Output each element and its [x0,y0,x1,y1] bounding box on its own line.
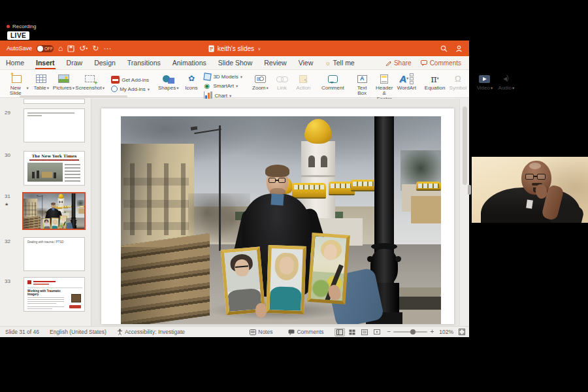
new-slide-icon [12,75,22,83]
thumbnail-31-animation-star: ★ [5,202,8,207]
zoom-level[interactable]: 102% [439,329,453,335]
shapes-button[interactable]: Shapes [156,72,180,91]
normal-view-button[interactable] [335,328,345,336]
panel-resize-handle[interactable] [468,185,471,195]
title-chevron-icon[interactable] [257,45,261,52]
accessibility-button[interactable]: Accessibility: Investigate [112,329,190,335]
account-icon[interactable] [455,45,463,52]
nyt-masthead: The New York Times [24,154,84,158]
slideshow-view-button[interactable] [372,328,382,336]
thumbnail-slide-31-selected[interactable] [22,192,86,230]
thumbnail-slide-28-partial[interactable] [24,99,85,104]
redo-icon[interactable]: ↻ [92,44,99,52]
zoom-out-icon[interactable]: − [387,329,391,335]
slide-photo[interactable] [121,116,441,324]
photo-right-building [78,208,84,214]
webpage-red-title-line [33,281,56,282]
zoom-button[interactable]: Zoom [250,72,271,91]
slide-canvas[interactable] [101,108,454,324]
lightbulb-icon [325,59,331,67]
vertical-scrollbar[interactable] [459,99,469,326]
slide-sorter-view-button[interactable] [347,328,357,336]
3d-models-button[interactable]: 3D Models [204,73,242,80]
webcam-head-highlight [529,163,541,169]
undo-icon[interactable]: ↺▾ [79,44,88,52]
reading-view-button[interactable] [359,328,370,336]
tab-animations[interactable]: Animations [167,57,212,69]
document-title[interactable]: keith's slides [218,45,254,52]
comments-status-button[interactable]: Comments [283,329,329,335]
fit-to-window-button[interactable] [459,329,465,335]
search-icon[interactable] [440,45,448,52]
tab-home[interactable]: Home [0,57,30,69]
save-icon[interactable] [67,45,74,52]
webpage-body-line [27,303,56,304]
video-button[interactable]: Video [474,72,495,91]
nyt-headline-line [29,159,79,161]
home-icon[interactable]: ⌂ [58,44,63,52]
new-slide-button[interactable]: New Slide [3,72,31,97]
get-addins-button[interactable]: Get Add-ins [111,76,150,84]
tab-draw[interactable]: Draw [61,57,89,69]
icons-button[interactable]: Icons [180,72,202,91]
thumbnail-slide-32[interactable]: Dealing with trauma / PTSD [24,237,85,271]
status-bar: Slide 31 of 46 English (United States) A… [0,326,469,337]
action-button[interactable]: Action [293,72,314,91]
scrollbar-thumb[interactable] [463,106,467,185]
autosave-toggle[interactable]: OFF [37,45,54,52]
text-box-icon: A [357,75,367,83]
photo-yellow-bus [416,182,441,191]
thumbnail-number-33: 33 [5,278,10,284]
language-button[interactable]: English (United States) [44,329,112,335]
thumbnail-32-text: Dealing with trauma / PTSD [27,240,64,244]
zoom-slider-knob[interactable] [410,329,416,335]
comment-button[interactable]: Comment [319,72,346,91]
thumbnail-slide-33[interactable]: Working with Traumatic Imagery [24,277,85,312]
webcam-person-glasses [525,174,548,180]
comments-button[interactable]: Comments [421,59,461,67]
tab-transitions[interactable]: Transitions [122,57,167,69]
audio-button[interactable]: Audio [495,72,517,91]
link-icon [276,76,287,82]
zoom-in-icon[interactable]: + [430,329,434,335]
tab-slide-show[interactable]: Slide Show [212,57,259,69]
table-button[interactable]: Table [31,72,52,91]
wordart-button[interactable]: A WordArt [396,72,417,91]
tab-view[interactable]: View [293,57,319,69]
webpage-nav-line [27,287,82,288]
audio-icon [501,75,512,83]
text-box-button[interactable]: A Text Box [351,72,373,97]
thumbnail-slide-29[interactable] [24,108,85,142]
notes-button[interactable]: Notes [244,329,278,335]
photo-building-windows [123,163,189,235]
share-button[interactable]: Share [385,59,412,67]
ribbon-scroll-pill[interactable] [20,95,127,97]
link-button[interactable]: Link [271,72,293,91]
tab-design[interactable]: Design [88,57,122,69]
photo-man-glasses [52,205,55,206]
equation-button[interactable]: π Equation [423,72,448,91]
ribbon: New Slide Table Pictures Screenshot [0,70,469,98]
equation-icon: π [431,74,436,84]
my-addins-button[interactable]: My Add-ins [111,86,150,92]
photo-lamppost-bump [76,220,77,221]
zoom-slider-track[interactable] [393,331,427,333]
tab-tell-me[interactable]: Tell me [319,57,360,69]
more-commands-icon[interactable]: ··· [103,44,111,52]
thumbnail-number-29: 29 [5,110,10,116]
tab-insert[interactable]: Insert [30,57,61,69]
symbol-button[interactable]: Ω Symbol [447,72,468,91]
webpage-body-line [27,306,64,307]
header-footer-button[interactable]: Header & Footer [373,72,396,102]
autosave-label: AutoSave [7,45,32,52]
tab-review[interactable]: Review [258,57,292,69]
header-footer-icon [380,74,388,84]
pictures-button[interactable]: Pictures [52,72,75,91]
zoom-slider[interactable]: − + [387,329,434,335]
screenshot-button[interactable]: Screenshot [75,72,105,91]
smartart-button[interactable]: SmartArt [204,82,242,90]
thumbnail-slide-30[interactable]: The New York Times [24,151,85,186]
photo-golden-dome [58,194,63,199]
title-bar: AutoSave OFF ⌂ ↺▾ ↻ ··· keith's slides [0,41,469,56]
slide-thumbnail-panel[interactable]: 29 30 The New York Times 31 ★ [0,99,91,326]
